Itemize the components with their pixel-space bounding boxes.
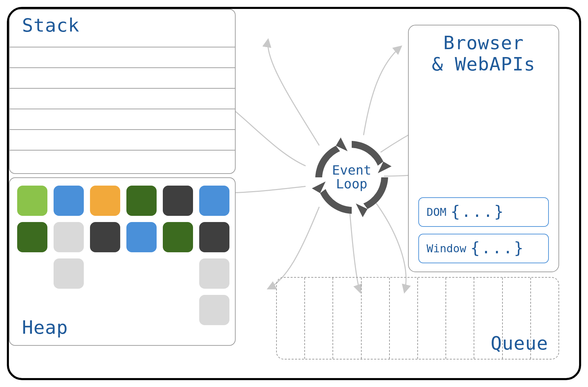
heap-chip bbox=[54, 186, 84, 216]
event-loop-label: Event Loop bbox=[310, 136, 393, 219]
queue-slot bbox=[333, 278, 361, 359]
braces-icon: {...} bbox=[451, 202, 505, 221]
braces-icon: {...} bbox=[471, 239, 525, 257]
event-loop-line1: Event bbox=[332, 164, 371, 177]
event-loop: Event Loop bbox=[310, 136, 393, 219]
heap-panel: Heap bbox=[9, 177, 236, 346]
heap-chip bbox=[199, 186, 229, 216]
queue-slot bbox=[418, 278, 446, 359]
queue-title: Queue bbox=[490, 332, 548, 354]
stack-row bbox=[10, 150, 235, 170]
heap-chip bbox=[163, 186, 193, 216]
heap-chip bbox=[17, 222, 47, 252]
event-loop-line2: Loop bbox=[336, 177, 368, 191]
api-item-label: Window bbox=[427, 242, 466, 255]
queue-slot bbox=[390, 278, 418, 359]
queue-slot bbox=[362, 278, 390, 359]
queue-slot bbox=[305, 278, 333, 359]
stack-row bbox=[10, 47, 235, 67]
browser-title-line2: & WebAPIs bbox=[409, 54, 558, 75]
queue-slot bbox=[446, 278, 474, 359]
stack-row bbox=[10, 109, 235, 129]
stack-row bbox=[10, 67, 235, 88]
stack-title: Stack bbox=[22, 14, 80, 36]
api-item-label: DOM bbox=[427, 206, 446, 219]
stack-rows bbox=[10, 47, 235, 173]
browser-webapis-title: Browser & WebAPIs bbox=[409, 32, 558, 75]
heap-chip bbox=[126, 186, 157, 216]
queue-slot bbox=[277, 278, 305, 359]
stack-panel: Stack bbox=[9, 9, 236, 174]
heap-chip bbox=[90, 222, 120, 252]
api-item-dom: DOM {...} bbox=[418, 197, 549, 227]
diagram-frame: Stack bbox=[7, 7, 581, 380]
heap-chip bbox=[17, 186, 47, 216]
stack-row bbox=[10, 88, 235, 109]
heap-chip bbox=[54, 222, 84, 252]
heap-chip bbox=[54, 258, 84, 289]
stack-row bbox=[10, 129, 235, 150]
left-column: Stack bbox=[9, 9, 236, 346]
heap-grid bbox=[17, 186, 227, 325]
heap-chip bbox=[199, 222, 229, 252]
heap-chip bbox=[163, 222, 193, 252]
heap-chip bbox=[126, 222, 157, 252]
heap-chip bbox=[90, 186, 120, 216]
heap-chip bbox=[199, 258, 229, 289]
api-items: DOM {...} Window {...} bbox=[418, 190, 549, 263]
browser-title-line1: Browser bbox=[409, 32, 558, 54]
api-item-window: Window {...} bbox=[418, 234, 549, 263]
browser-webapis-panel: Browser & WebAPIs DOM {...} Window {...} bbox=[408, 25, 559, 272]
heap-title: Heap bbox=[22, 317, 68, 338]
heap-chip bbox=[199, 295, 229, 325]
